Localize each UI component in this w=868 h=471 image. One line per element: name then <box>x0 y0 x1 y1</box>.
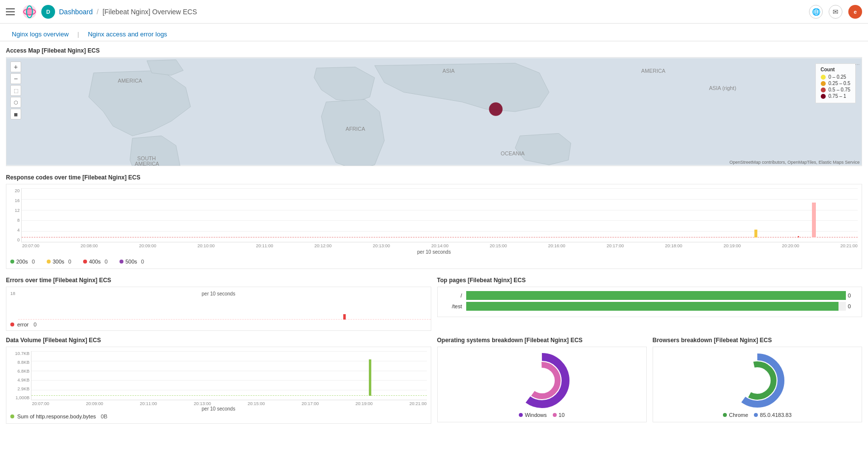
legend-color-1 <box>821 75 826 80</box>
errors-title: Errors over time [Filebeat Nginx] ECS <box>6 277 431 284</box>
os-breakdown-title: Operating systems breakdown [Filebeat Ng… <box>437 337 647 344</box>
middle-row: Errors over time [Filebeat Nginx] ECS 18… <box>6 277 862 331</box>
data-volume-legend: Sum of http.response.body.bytes 0B <box>10 413 427 419</box>
svg-point-14 <box>489 102 503 116</box>
svg-text:AMERICA: AMERICA <box>118 78 143 84</box>
bar-row-root: / 0 <box>442 291 858 300</box>
menu-button[interactable] <box>6 6 18 18</box>
zoom-in-button[interactable]: + <box>10 61 21 72</box>
legend-dot-200s <box>10 260 14 264</box>
legend-color-3 <box>821 88 826 92</box>
map-container[interactable]: ASIA AMERICA AFRICA OCEANIA SOUTH AMERIC… <box>6 58 862 166</box>
data-volume-title: Data Volume [Filebeat Nginx] ECS <box>6 337 431 344</box>
data-volume-chart: 10.7KB 8.8KB 6.8KB 4.9KB 2.9KB 1,000B <box>6 347 431 424</box>
bar-row-test: /test 0 <box>442 302 858 311</box>
browsers-breakdown-chart: Chrome 85.0.4183.83 <box>653 347 862 422</box>
errors-per-label: per 10 seconds <box>202 291 235 296</box>
zoom-out-button[interactable]: − <box>10 73 21 84</box>
svg-text:ASIA: ASIA <box>443 68 455 74</box>
breadcrumb-home[interactable]: Dashboard <box>59 8 93 16</box>
browsers-legend: Chrome 85.0.4183.83 <box>723 412 791 418</box>
legend-item-4: 0.75 – 1 <box>821 93 850 99</box>
bar-track-root <box>466 291 846 300</box>
errors-section: Errors over time [Filebeat Nginx] ECS 18… <box>6 277 431 331</box>
bar-500s-tall <box>812 203 816 237</box>
breadcrumb: Dashboard / [Filebeat Nginx] Overview EC… <box>59 8 805 16</box>
y-axis-labels: 20 16 12 8 4 0 <box>10 188 21 242</box>
map-more-button[interactable]: ... <box>855 59 860 66</box>
legend-dot-error <box>10 323 14 326</box>
svg-point-17 <box>531 370 553 391</box>
world-map-svg: ASIA AMERICA AFRICA OCEANIA SOUTH AMERIC… <box>6 58 862 166</box>
map-title: Access Map [Filebeat Nginx] ECS <box>6 47 862 54</box>
map-legend: Count 0 – 0.25 0.25 – 0.5 0.5 – 0.75 0.7… <box>815 63 856 103</box>
x-axis-labels: 20:07:00 20:08:00 20:09:00 20:10:00 20:1… <box>10 242 858 248</box>
legend-windows: Windows <box>519 412 547 418</box>
top-pages-chart: / 0 /test 0 <box>437 287 863 317</box>
browsers-breakdown-panel: Browsers breakdown [Filebeat Nginx] ECS <box>653 337 862 422</box>
top-pages-title: Top pages [Filebeat Nginx] ECS <box>437 277 863 284</box>
legend-color-2 <box>821 81 826 86</box>
globe-icon-button[interactable]: 🌐 <box>809 5 823 19</box>
legend-color-4 <box>821 94 826 99</box>
response-codes-section: Response codes over time [Filebeat Nginx… <box>6 174 862 269</box>
data-spike-bar <box>369 359 371 396</box>
legend-item-3: 0.5 – 0.75 <box>821 87 850 92</box>
legend-dot-data-volume <box>10 414 14 418</box>
data-volume-chart-body <box>31 351 427 400</box>
bar-fill-test <box>466 302 838 311</box>
data-volume-y-labels: 10.7KB 8.8KB 6.8KB 4.9KB 2.9KB 1,000B <box>10 351 31 400</box>
legend-item-1: 0 – 0.25 <box>821 74 850 80</box>
bar-300s <box>754 230 757 237</box>
legend-dot-windows <box>519 413 523 417</box>
errors-y-top: 18 <box>10 291 15 296</box>
legend-400s: 400s 0 <box>83 259 108 265</box>
main-content: Access Map [Filebeat Nginx] ECS <box>0 41 868 430</box>
polygon-tool-button[interactable]: ⬡ <box>10 97 21 108</box>
svg-text:OCEANIA: OCEANIA <box>501 150 525 156</box>
select-tool-button[interactable]: ⬚ <box>10 85 21 96</box>
legend-dot-windows-10 <box>553 413 557 417</box>
mail-icon-button[interactable]: ✉ <box>829 5 842 19</box>
data-volume-chart-inner: 10.7KB 8.8KB 6.8KB 4.9KB 2.9KB 1,000B <box>10 351 427 400</box>
chart-body <box>21 188 858 242</box>
svg-text:AMERICA: AMERICA <box>135 161 159 166</box>
filter-tool-button[interactable]: ◼ <box>10 109 21 119</box>
map-legend-title: Count <box>821 67 850 72</box>
nav-tabs: Nginx logs overview | Nginx access and e… <box>0 24 868 41</box>
legend-windows-10: 10 <box>553 412 565 418</box>
user-icon-button[interactable]: e <box>848 5 862 19</box>
os-browsers-section: Operating systems breakdown [Filebeat Ng… <box>437 337 863 424</box>
browsers-breakdown-title: Browsers breakdown [Filebeat Nginx] ECS <box>653 337 862 344</box>
bottom-row: Data Volume [Filebeat Nginx] ECS 10.7KB … <box>6 337 862 424</box>
nav-separator: | <box>78 31 79 38</box>
errors-legend: error 0 <box>10 322 36 327</box>
map-controls: + − ⬚ ⬡ ◼ <box>10 61 21 119</box>
header: D Dashboard / [Filebeat Nginx] Overview … <box>0 0 868 24</box>
legend-300s: 300s 0 <box>47 259 71 265</box>
breadcrumb-current: [Filebeat Nginx] Overview ECS <box>102 8 197 16</box>
response-codes-chart: 20 16 12 8 4 0 <box>6 184 862 269</box>
errors-chart: 18 per 10 seconds error 0 <box>6 287 431 331</box>
legend-chrome: Chrome <box>723 412 748 418</box>
legend-dot-400s <box>83 260 87 264</box>
legend-dot-chrome <box>723 413 727 417</box>
tab-nginx-logs-overview[interactable]: Nginx logs overview <box>6 28 75 41</box>
bar-fill-root <box>466 291 846 300</box>
os-breakdown-panel: Operating systems breakdown [Filebeat Ng… <box>437 337 647 422</box>
legend-dot-chrome-version <box>754 413 758 417</box>
data-volume-per-label: per 10 seconds <box>10 406 427 412</box>
header-icons: 🌐 ✉ e <box>809 5 862 19</box>
legend-200s: 200s 0 <box>10 259 35 265</box>
tab-nginx-access-error[interactable]: Nginx access and error logs <box>82 28 173 41</box>
legend-item-2: 0.25 – 0.5 <box>821 81 850 86</box>
top-pages-section: Top pages [Filebeat Nginx] ECS / 0 /test… <box>437 277 863 331</box>
response-codes-legend: 200s 0 300s 0 400s 0 500s 0 <box>10 259 858 265</box>
baseline-dashed <box>22 237 858 237</box>
os-legend: Windows 10 <box>519 412 565 418</box>
elastic-logo <box>22 4 37 20</box>
legend-dot-300s <box>47 260 51 264</box>
data-volume-x-labels: 20:07:00 20:09:00 20:11:00 20:13:00 20:1… <box>10 400 427 406</box>
data-volume-section: Data Volume [Filebeat Nginx] ECS 10.7KB … <box>6 337 431 424</box>
svg-text:SOUTH: SOUTH <box>137 155 156 161</box>
